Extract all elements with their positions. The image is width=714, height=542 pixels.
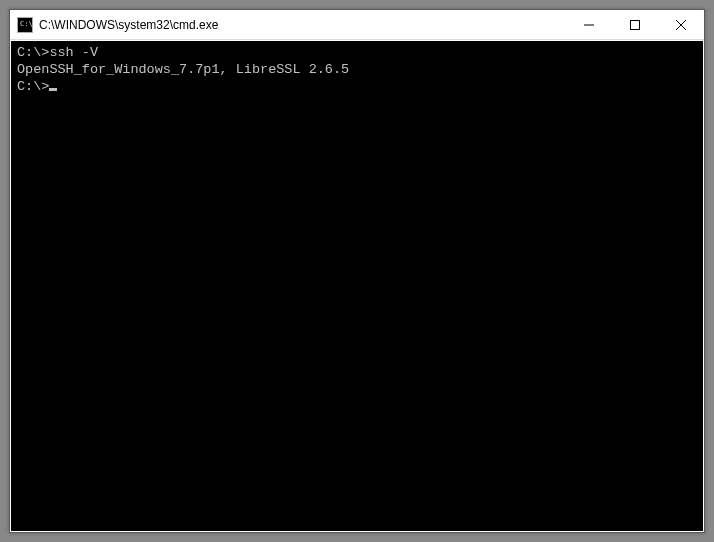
window-title: C:\WINDOWS\system32\cmd.exe (39, 18, 566, 32)
terminal-prompt-line: C:\> (17, 79, 697, 96)
close-button[interactable] (658, 10, 704, 39)
cmd-window: C:\ C:\WINDOWS\system32\cmd.exe C:\>ssh … (9, 9, 705, 533)
titlebar[interactable]: C:\ C:\WINDOWS\system32\cmd.exe (10, 10, 704, 40)
minimize-button[interactable] (566, 10, 612, 39)
terminal-area[interactable]: C:\>ssh -VOpenSSH_for_Windows_7.7p1, Lib… (11, 41, 703, 531)
cmd-icon: C:\ (17, 17, 33, 33)
window-controls (566, 10, 704, 39)
maximize-button[interactable] (612, 10, 658, 39)
svg-rect-4 (631, 20, 640, 29)
terminal-line: C:\>ssh -V (17, 45, 697, 62)
cursor (49, 88, 57, 91)
terminal-line: OpenSSH_for_Windows_7.7p1, LibreSSL 2.6.… (17, 62, 697, 79)
terminal-prompt: C:\> (17, 79, 49, 94)
svg-text:C:\: C:\ (20, 20, 33, 28)
